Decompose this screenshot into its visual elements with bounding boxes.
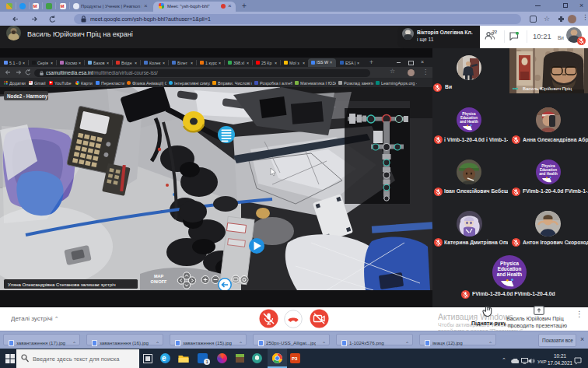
svg-text:ON/OFF: ON/OFF bbox=[151, 279, 167, 284]
svg-text:Уляна Олександрівна Степанова: Уляна Олександрівна Степанова залишає зу… bbox=[8, 282, 116, 287]
svg-text:Node2 - Harmony: Node2 - Harmony bbox=[7, 93, 48, 100]
svg-text:Василь Юрійович Пріц: Василь Юрійович Пріц bbox=[523, 86, 572, 91]
svg-text:•••: ••• bbox=[513, 86, 519, 91]
svg-text:MAP: MAP bbox=[154, 274, 164, 279]
